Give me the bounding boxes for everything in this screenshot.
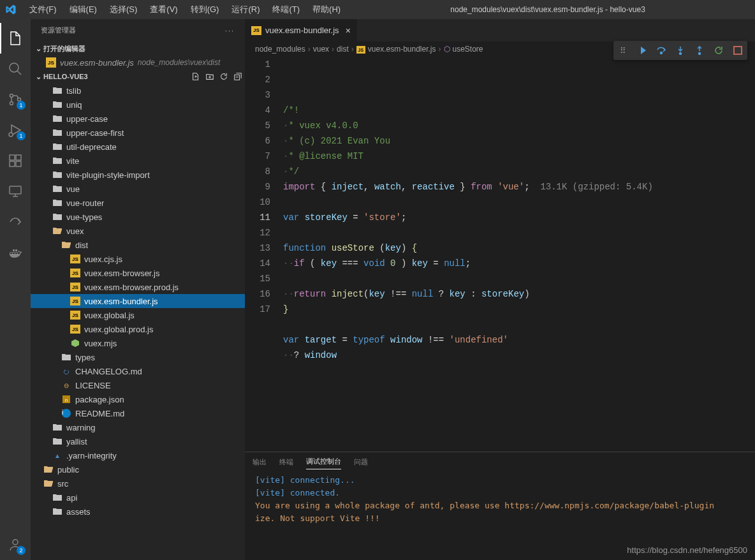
refresh-icon[interactable]	[219, 72, 228, 81]
new-folder-icon[interactable]	[205, 72, 214, 81]
workspace-label: HELLO-VUE3	[43, 73, 88, 80]
workspace-section[interactable]: ⌄ HELLO-VUE3	[31, 70, 245, 84]
tree-item[interactable]: src	[31, 476, 245, 490]
tree-item[interactable]: public	[31, 462, 245, 476]
more-icon[interactable]: ···	[225, 27, 235, 34]
tree-item[interactable]: iREADME.md	[31, 406, 245, 420]
tree-item[interactable]: npackage.json	[31, 392, 245, 406]
tree-label: upper-case-first	[66, 128, 124, 138]
remote-icon[interactable]	[0, 176, 31, 207]
explorer-label: 资源管理器	[41, 26, 76, 35]
step-over-icon[interactable]	[656, 45, 667, 56]
docker-icon[interactable]	[0, 237, 31, 268]
close-icon[interactable]: ×	[346, 26, 351, 36]
tree-item[interactable]: JSvuex.esm-browser.prod.js	[31, 280, 245, 294]
open-editor-item[interactable]: JS vuex.esm-bundler.js node_modules\vuex…	[31, 55, 245, 70]
menu-item[interactable]: 选择(S)	[105, 1, 142, 18]
tree-item[interactable]: assets	[31, 505, 245, 519]
tree-item[interactable]: JSvuex.esm-bundler.js	[31, 294, 245, 308]
console-line: [vite] connecting...	[255, 474, 745, 487]
js-icon: JS	[70, 254, 80, 264]
panel-tab[interactable]: 调试控制台	[306, 454, 341, 469]
search-icon[interactable]	[0, 54, 31, 84]
folder-icon	[52, 114, 62, 124]
tree-item[interactable]: ⭮CHANGELOG.md	[31, 364, 245, 378]
menu-item[interactable]: 编辑(E)	[64, 1, 102, 18]
restart-icon[interactable]	[713, 45, 724, 56]
tree-item[interactable]: vuex.mjs	[31, 336, 245, 350]
tree-item[interactable]: vite	[31, 154, 245, 168]
line-gutter: 12345678910▷11121314151617	[245, 57, 283, 452]
tree-item[interactable]: vite-plugin-style-import	[31, 168, 245, 182]
new-file-icon[interactable]	[191, 72, 200, 81]
source-control-icon[interactable]: 1	[0, 84, 31, 115]
menu-item[interactable]: 运行(R)	[226, 1, 265, 18]
run-debug-icon[interactable]: 1	[0, 115, 31, 145]
menu-bar: 文件(F)编辑(E)选择(S)查看(V)转到(G)运行(R)终端(T)帮助(H)	[24, 1, 346, 18]
tree-item[interactable]: JSvuex.esm-browser.js	[31, 266, 245, 280]
open-editors-label: 打开的编辑器	[43, 44, 85, 54]
menu-item[interactable]: 文件(F)	[24, 1, 62, 18]
scm-badge: 1	[17, 101, 26, 110]
drag-handle-icon[interactable]: ⠿	[617, 45, 629, 56]
tree-label: vuex.mjs	[84, 339, 117, 348]
tree-item[interactable]: warning	[31, 420, 245, 434]
tree-item[interactable]: api	[31, 490, 245, 505]
tree-item[interactable]: vue-router	[31, 196, 245, 210]
breadcrumb-item[interactable]: vuex	[313, 45, 329, 54]
svg-point-15	[680, 53, 682, 55]
tree-item[interactable]: upper-case-first	[31, 126, 245, 140]
tree-item[interactable]: util-deprecate	[31, 140, 245, 154]
tree-item[interactable]: upper-case	[31, 112, 245, 126]
tree-item[interactable]: vue-types	[31, 210, 245, 224]
panel-tab[interactable]: 终端	[279, 455, 293, 469]
collapse-all-icon[interactable]	[233, 72, 242, 81]
breadcrumb-item[interactable]: node_modules	[255, 45, 305, 54]
panel-tab[interactable]: 问题	[354, 455, 368, 469]
folder-icon	[52, 436, 62, 446]
debug-badge: 1	[17, 131, 26, 140]
tree-label: vue-router	[66, 198, 104, 208]
editor-body[interactable]: 12345678910▷11121314151617 /*!·* vuex v4…	[245, 57, 755, 452]
panel-tab[interactable]: 输出	[253, 455, 267, 469]
tree-item[interactable]: ⊖LICENSE	[31, 378, 245, 392]
stop-icon[interactable]	[732, 45, 744, 56]
tree-label: uniq	[66, 100, 82, 110]
tree-item[interactable]: ▲.yarn-integrity	[31, 448, 245, 462]
tree-item[interactable]: JSvuex.global.prod.js	[31, 322, 245, 336]
menu-item[interactable]: 帮助(H)	[307, 1, 346, 18]
tree-item[interactable]: yallist	[31, 434, 245, 448]
tree-label: vue	[66, 184, 80, 194]
open-editors-section[interactable]: ⌄ 打开的编辑器	[31, 41, 245, 55]
tree-item[interactable]: JSvuex.cjs.js	[31, 252, 245, 266]
tree-item[interactable]: uniq	[31, 98, 245, 112]
sidebar-title: 资源管理器 ···	[31, 19, 245, 41]
code-content[interactable]: /*!·* vuex v4.0.0·* (c) 2021 Evan You·* …	[283, 57, 755, 452]
tree-item[interactable]: vue	[31, 182, 245, 196]
menu-item[interactable]: 终端(T)	[267, 1, 305, 18]
js-icon: JS	[70, 268, 80, 278]
explorer-icon[interactable]	[0, 23, 31, 54]
tab-vuex-esm-bundler[interactable]: JS vuex.esm-bundler.js ×	[245, 19, 358, 41]
breadcrumb-item[interactable]: ⬡useStore	[444, 45, 483, 54]
folder-open-icon	[43, 478, 54, 489]
breadcrumb-item[interactable]: JSvuex.esm-bundler.js	[356, 45, 436, 54]
extensions-icon[interactable]	[0, 145, 31, 176]
tree-item[interactable]: dist	[31, 238, 245, 252]
share-icon[interactable]	[0, 207, 31, 237]
tree-item[interactable]: tslib	[31, 84, 245, 98]
step-out-icon[interactable]	[694, 45, 705, 56]
continue-icon[interactable]	[636, 45, 648, 56]
breadcrumb-item[interactable]: dist	[337, 45, 349, 54]
menu-item[interactable]: 查看(V)	[145, 1, 182, 18]
js-icon: JS	[70, 324, 80, 334]
menu-item[interactable]: 转到(G)	[186, 1, 224, 18]
tree-item[interactable]: JSvuex.global.js	[31, 308, 245, 322]
step-into-icon[interactable]	[675, 45, 686, 56]
console-line: [vite] connected.	[255, 487, 745, 499]
tree-item[interactable]: vuex	[31, 224, 245, 238]
tree-label: vuex.global.prod.js	[84, 325, 153, 334]
tree-item[interactable]: types	[31, 350, 245, 364]
accounts-icon[interactable]: 2	[0, 529, 31, 560]
svg-point-1	[10, 94, 13, 98]
